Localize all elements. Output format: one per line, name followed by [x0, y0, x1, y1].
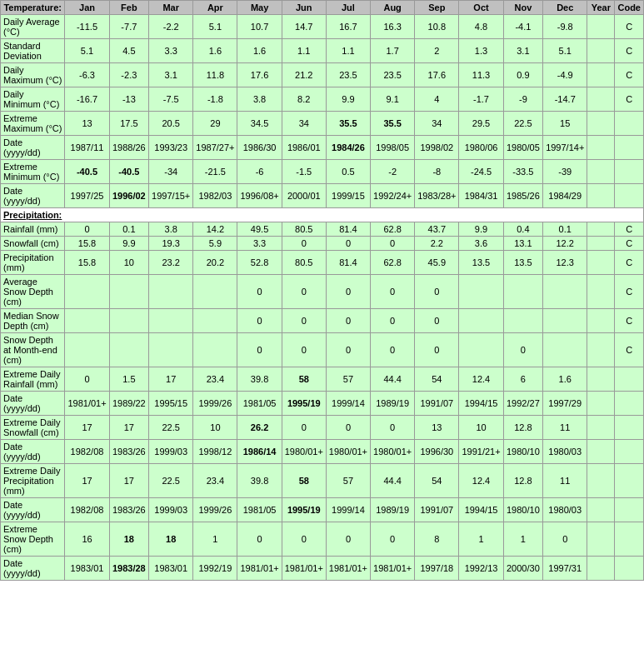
- data-cell: 1997/31: [543, 557, 587, 581]
- data-cell: 1994/15: [459, 498, 503, 522]
- data-cell: 0: [415, 333, 459, 367]
- data-cell: 1992/24+: [371, 184, 415, 208]
- data-cell: 62.8: [371, 222, 415, 237]
- table-row: Date (yyyy/dd)1987/111988/261993/231987/…: [1, 136, 644, 160]
- data-cell: 2000/01: [282, 184, 326, 208]
- data-cell: [587, 251, 615, 275]
- data-cell: 44.4: [371, 367, 415, 392]
- row-label: Date (yyyy/dd): [1, 136, 65, 160]
- data-cell: 1997/25: [65, 184, 109, 208]
- table-row: Date (yyyy/dd)1983/011983/281983/011992/…: [1, 557, 644, 581]
- data-cell: 1980/10: [503, 440, 543, 464]
- data-cell: 0.9: [503, 63, 543, 87]
- data-cell: 54: [415, 464, 459, 498]
- data-cell: 35.5: [371, 112, 415, 136]
- data-cell: 1983/28: [109, 557, 149, 581]
- data-cell: 0: [371, 522, 415, 557]
- data-cell: 0: [326, 333, 370, 367]
- table-row: Date (yyyy/dd)1981/01+1989/221995/151999…: [1, 392, 644, 416]
- data-cell: -33.5: [503, 160, 543, 184]
- nov-header: Nov: [503, 1, 543, 15]
- data-cell: [149, 275, 193, 309]
- data-cell: 3.3: [149, 39, 193, 63]
- data-cell: 81.4: [326, 251, 370, 275]
- data-cell: 0: [543, 522, 587, 557]
- feb-header: Feb: [109, 1, 149, 15]
- data-cell: C: [615, 87, 644, 112]
- data-cell: 1981/01+: [282, 557, 326, 581]
- data-cell: 13.5: [459, 251, 503, 275]
- table-row: Extreme Minimum (°C)-40.5-40.5-34-21.5-6…: [1, 160, 644, 184]
- data-cell: 3.1: [503, 39, 543, 63]
- table-row: Daily Maximum (°C)-6.3-2.33.111.817.621.…: [1, 63, 644, 87]
- data-cell: [543, 275, 587, 309]
- data-cell: 1.6: [193, 39, 237, 63]
- data-cell: 1983/26: [109, 440, 149, 464]
- table-row: Extreme Daily Rainfall (mm)01.51723.439.…: [1, 367, 644, 392]
- data-cell: 0.5: [326, 160, 370, 184]
- data-cell: [543, 309, 587, 333]
- data-cell: 1980/10: [503, 498, 543, 522]
- data-cell: 1981/05: [237, 392, 282, 416]
- year-header: Year: [587, 1, 615, 15]
- data-cell: [503, 309, 543, 333]
- data-cell: 17.6: [415, 63, 459, 87]
- data-cell: 10.7: [237, 15, 282, 39]
- data-cell: 1989/22: [109, 392, 149, 416]
- data-cell: 1983/01: [65, 557, 109, 581]
- data-cell: C: [615, 39, 644, 63]
- row-label: Daily Maximum (°C): [1, 63, 65, 87]
- data-cell: 1999/14: [326, 392, 370, 416]
- data-cell: 19.3: [149, 237, 193, 251]
- data-cell: 15.8: [65, 237, 109, 251]
- row-label: Date (yyyy/dd): [1, 498, 65, 522]
- data-cell: 1998/02: [415, 136, 459, 160]
- data-cell: 39.8: [237, 367, 282, 392]
- data-cell: [109, 333, 149, 367]
- data-cell: 1992/19: [193, 557, 237, 581]
- jan-header: Jan: [65, 1, 109, 15]
- data-cell: -24.5: [459, 160, 503, 184]
- data-cell: 1992/13: [459, 557, 503, 581]
- data-cell: -14.7: [543, 87, 587, 112]
- data-cell: 15.8: [65, 251, 109, 275]
- data-cell: 1992/27: [503, 392, 543, 416]
- data-cell: 0: [371, 275, 415, 309]
- data-cell: 17.6: [237, 63, 282, 87]
- data-cell: 9.9: [459, 222, 503, 237]
- data-cell: 58: [282, 464, 326, 498]
- data-cell: [65, 333, 109, 367]
- data-cell: [615, 184, 644, 208]
- data-cell: -4.9: [543, 63, 587, 87]
- data-cell: 1995/19: [282, 392, 326, 416]
- table-row: Precipitation (mm)15.81023.220.252.880.5…: [1, 251, 644, 275]
- data-cell: [587, 333, 615, 367]
- data-cell: 1997/14+: [543, 136, 587, 160]
- data-cell: 17: [149, 367, 193, 392]
- dec-header: Dec: [543, 1, 587, 15]
- data-cell: [615, 367, 644, 392]
- data-cell: 3.8: [149, 222, 193, 237]
- sep-header: Sep: [415, 1, 459, 15]
- data-cell: 44.4: [371, 464, 415, 498]
- data-cell: -2.2: [149, 15, 193, 39]
- data-cell: [587, 160, 615, 184]
- data-cell: -1.7: [459, 87, 503, 112]
- data-cell: 0: [415, 275, 459, 309]
- data-cell: [109, 275, 149, 309]
- data-cell: [65, 275, 109, 309]
- data-cell: 22.5: [503, 112, 543, 136]
- data-cell: [587, 136, 615, 160]
- data-cell: [615, 464, 644, 498]
- table-row: Snow Depth at Month-end (cm)000000C: [1, 333, 644, 367]
- data-cell: -9: [503, 87, 543, 112]
- data-cell: 1997/15+: [149, 184, 193, 208]
- data-cell: [543, 333, 587, 367]
- data-cell: 57: [326, 367, 370, 392]
- data-cell: 0: [282, 416, 326, 440]
- data-cell: 0: [282, 522, 326, 557]
- data-cell: 1.1: [326, 39, 370, 63]
- mar-header: Mar: [149, 1, 193, 15]
- data-cell: 0: [371, 309, 415, 333]
- table-row: Extreme Maximum (°C)1317.520.52934.53435…: [1, 112, 644, 136]
